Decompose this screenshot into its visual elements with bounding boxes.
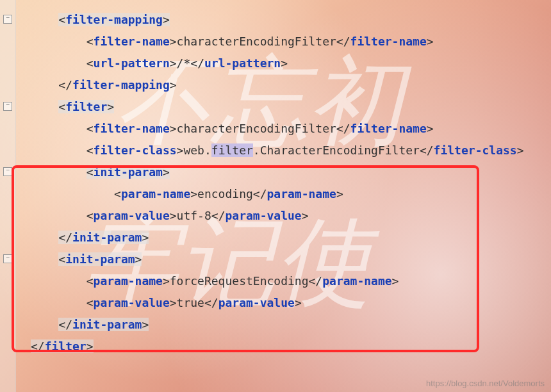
code-block: <filter-mapping> <filter-name>characterE…	[0, 0, 551, 366]
watermark: https://blog.csdn.net/Voldemorts	[426, 379, 545, 388]
